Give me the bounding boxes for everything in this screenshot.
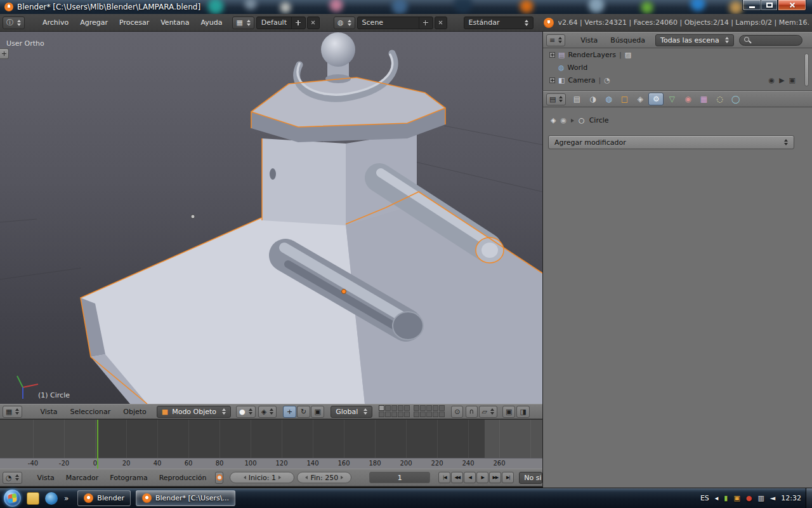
current-frame-field[interactable]: 1 [369, 472, 430, 483]
menu-vista[interactable]: Vista [36, 474, 56, 482]
add-modifier-button[interactable]: Agregar modificador [548, 135, 794, 149]
lock-camera-button[interactable]: ⊙ [451, 406, 463, 418]
properties-tab-constraints[interactable]: ◈ [632, 93, 648, 105]
outliner-scrollbar[interactable] [804, 53, 809, 86]
timeline-editor-selector[interactable]: ◔ [3, 472, 22, 484]
layer-9[interactable] [433, 405, 438, 411]
viewport-shading-select[interactable]: ● [236, 406, 256, 418]
language-indicator[interactable]: ES [700, 494, 709, 502]
taskbar-button-blender-active[interactable]: Blender* [C:\Users\... [136, 490, 235, 506]
menu-vista[interactable]: Vista [579, 36, 599, 44]
playback-play-reverse-button[interactable]: ◀ [464, 472, 476, 483]
start-button[interactable] [4, 490, 21, 507]
layer-2[interactable] [385, 405, 391, 411]
properties-tab-object[interactable]: □ [617, 93, 632, 105]
snap-toggle-button[interactable]: ∪ [466, 406, 477, 418]
show-desktop-button[interactable] [806, 488, 812, 508]
menu-ayuda[interactable]: Ayuda [200, 18, 222, 27]
menu-archivo[interactable]: Archivo [43, 18, 69, 27]
layer-6[interactable] [414, 405, 419, 411]
properties-tab-particles[interactable]: ◌ [712, 93, 727, 105]
properties-tab-material[interactable]: ◉ [680, 93, 695, 105]
increment-icon[interactable] [278, 476, 281, 479]
quicklaunch-folder-icon[interactable] [27, 492, 39, 505]
decrement-icon[interactable] [305, 476, 308, 479]
expand-icon[interactable] [549, 77, 555, 83]
layer-12[interactable] [385, 411, 391, 417]
properties-editor-selector[interactable]: ▤ [546, 93, 566, 105]
outliner-editor-selector[interactable]: ≡ [546, 34, 565, 46]
layer-19[interactable] [433, 411, 438, 417]
timeline-editor[interactable]: -40-200204060801001201401601802002202402… [0, 419, 542, 469]
menu-objeto[interactable]: Objeto [122, 408, 148, 416]
menu-reproduccion[interactable]: Reproducción [158, 474, 208, 482]
add-scene-button[interactable] [419, 17, 428, 29]
layer-5[interactable] [404, 405, 410, 411]
outliner-row-world[interactable]: ◍ World [543, 61, 812, 74]
decrement-icon[interactable] [244, 476, 246, 479]
3d-viewport[interactable]: User Ortho (1) Circle [0, 32, 542, 404]
delete-layout-button[interactable] [307, 17, 320, 29]
scene-browse[interactable]: ◍ [334, 17, 355, 29]
layer-16[interactable] [414, 411, 419, 417]
expand-icon[interactable] [549, 52, 555, 58]
manipulator-rotate-button[interactable]: ↻ [297, 406, 310, 418]
tray-app-color-icon[interactable]: ▣ [733, 495, 740, 502]
taskbar-button-blender[interactable]: Blender [77, 490, 131, 506]
layer-20[interactable] [439, 411, 445, 417]
timeline-ruler[interactable]: -40-200204060801001201401601802002202402… [0, 458, 542, 469]
scene-name[interactable]: Scene [357, 17, 433, 29]
layer-15[interactable] [404, 411, 410, 417]
restrict-select-icon[interactable]: ▶ [779, 77, 784, 84]
layer-3[interactable] [391, 405, 397, 411]
transform-orientation-select[interactable]: Global [331, 406, 372, 418]
properties-tab-object-data[interactable]: ▽ [664, 93, 679, 105]
mode-select[interactable]: ■ Modo Objeto [157, 406, 231, 418]
opengl-render-anim-button[interactable]: ◨ [516, 406, 529, 418]
screen-layout-name[interactable]: Default [256, 17, 306, 29]
layer-1[interactable] [379, 405, 384, 411]
close-button[interactable] [778, 0, 806, 11]
layer-14[interactable] [398, 411, 403, 417]
sync-mode-select[interactable]: No sin [519, 472, 542, 484]
layer-18[interactable] [426, 411, 432, 417]
outliner-search-input[interactable] [739, 35, 802, 46]
outliner-row-camera[interactable]: ◧ Camera | ◔ ◉ ▶ ▣ [543, 74, 812, 86]
viewport-editor-selector[interactable]: ▦ [3, 406, 22, 418]
menu-agregar[interactable]: Agregar [80, 18, 108, 27]
menu-seleccionar[interactable]: Seleccionar [69, 408, 112, 416]
info-editor-selector[interactable]: ⓘ [3, 17, 25, 29]
render-engine-select[interactable]: Estándar [464, 17, 534, 29]
pivot-center-select[interactable]: ◈ [258, 406, 277, 418]
manipulator-translate-button[interactable]: + [283, 406, 296, 418]
layer-11[interactable] [379, 411, 384, 417]
layer-7[interactable] [420, 405, 426, 411]
eye-icon[interactable]: ◉ [769, 77, 775, 84]
layer-8[interactable] [426, 405, 432, 411]
autokey-record-button[interactable] [215, 472, 223, 484]
maximize-button[interactable] [761, 0, 778, 11]
tray-ati-icon[interactable]: ● [746, 495, 752, 502]
tray-app-green-icon[interactable]: ▮ [724, 495, 728, 502]
layer-13[interactable] [391, 411, 397, 417]
menu-fotograma[interactable]: Fotograma [108, 474, 148, 482]
menu-procesar[interactable]: Procesar [119, 18, 149, 27]
menu-marcador[interactable]: Marcador [65, 474, 100, 482]
clock[interactable]: 12:32 [781, 494, 801, 502]
playback-prev-keyframe-button[interactable]: ◀◀ [451, 472, 463, 483]
screen-layout-browse[interactable]: ▦ [232, 17, 254, 29]
network-icon[interactable]: ▥ [757, 495, 764, 502]
properties-tab-scene[interactable]: ◑ [585, 93, 600, 105]
properties-tab-modifiers[interactable]: ⚙ [648, 93, 664, 105]
playback-next-keyframe-button[interactable]: ▶▶ [489, 472, 501, 483]
quicklaunch-overflow-chevron[interactable]: » [64, 494, 69, 503]
layer-17[interactable] [420, 411, 426, 417]
layer-10[interactable] [439, 405, 445, 411]
window-titlebar[interactable]: Blender* [C:\Users\Mlb\Blender\LAMPARA.b… [0, 0, 812, 14]
outliner-row-renderlayers[interactable]: ▤ RenderLayers | ▨ [543, 48, 812, 61]
minimize-button[interactable] [742, 0, 761, 11]
menu-busqueda[interactable]: Búsqueda [609, 36, 646, 44]
properties-tab-texture[interactable]: ▦ [696, 93, 711, 105]
playback-jump-end-button[interactable]: ▶| [502, 472, 514, 483]
properties-tab-world[interactable]: ◍ [601, 93, 616, 105]
